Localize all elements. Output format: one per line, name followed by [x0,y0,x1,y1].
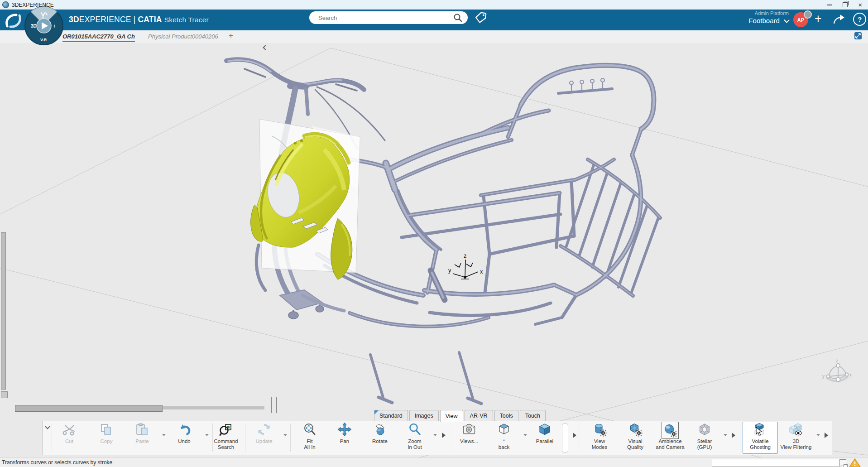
axis-y-label: y [448,267,451,274]
tool-visual-quality[interactable]: VisualQuality [616,422,654,450]
tool-group-scrollbar[interactable] [562,423,568,453]
tool-fit-all-in[interactable]: FitAll In [291,422,329,450]
tool-zoom-in-out[interactable]: ZoomIn Out [396,422,434,450]
tag-icon[interactable] [475,11,488,24]
tool-back[interactable]: *back [485,422,523,450]
toolbar-divider [740,424,740,452]
minimize-button[interactable] [822,0,837,10]
tool-parallel[interactable]: Parallel [526,422,564,444]
platform-label: Admin Platform [697,10,789,16]
tool-label: Paste [123,438,161,444]
tool-label: Fit [291,438,329,444]
toolbar-collapse-button[interactable] [44,424,51,430]
help-button[interactable]: ? [853,13,866,26]
window-layout-icon[interactable] [839,459,846,466]
share-icon[interactable] [832,13,846,25]
ribbon-tab-touch[interactable]: Touch [520,410,546,421]
tool-label: Pan [326,438,364,444]
status-message: Transforms curves or selects curves by s… [2,459,112,466]
tool-stellar[interactable]: Stellar(GPU) [686,422,724,450]
dropdown-caret-icon[interactable] [283,434,287,436]
expand-group-arrow-icon[interactable] [732,433,735,438]
tool-ambience-camera[interactable]: Ambienceand Camera [651,422,689,450]
app-icon [2,1,9,8]
tool-label: Cut [50,438,88,444]
expand-group-arrow-icon[interactable] [573,433,576,438]
expand-group-arrow-icon[interactable] [442,433,446,438]
expand-viewport-icon[interactable] [854,32,862,40]
new-tab-button[interactable]: + [226,31,235,40]
compass-z-label: z [836,358,838,363]
document-tab-label: Physical Product00040206 [148,33,218,40]
axis-z-label: z [464,252,467,259]
tool-cut[interactable]: Cut [50,422,88,444]
ribbon-tab-label: Touch [525,413,540,419]
document-tab-bar: OR01015AAC2770_GA Ch Physical Product000… [0,30,868,43]
tool-label: Parallel [526,438,564,444]
splitter-grip[interactable] [271,397,277,413]
tool-pan[interactable]: Pan [326,422,364,444]
document-tab[interactable]: Physical Product00040206 [148,30,218,43]
tool-undo[interactable]: Undo [165,422,203,444]
tool-label: Visual [616,438,654,444]
ribbon-tab-standard[interactable]: Standard [374,410,408,421]
ribbon-tab-images[interactable]: Images [409,410,439,421]
tool-label: Rotate [361,438,399,444]
chevron-left-icon [263,45,268,50]
dropdown-caret-icon[interactable] [724,434,727,436]
search-input[interactable] [309,14,453,22]
cut-icon [62,422,77,438]
tool-label: Search [207,444,245,450]
document-tab-active[interactable]: OR01015AAC2770_GA Ch [62,30,135,43]
tool-rotate[interactable]: Rotate [361,422,399,444]
tool-views[interactable]: Views... [450,422,488,444]
ribbon-tab-ar-vr[interactable]: AR-VR [465,410,493,421]
3dexperience-compass-icon[interactable]: 3D i V.R [24,6,64,46]
copy-icon [99,422,114,438]
warning-icon[interactable] [849,458,861,467]
tool-label: In Out [396,444,434,450]
collapse-panel-button[interactable] [262,44,269,51]
active-tab-underline [62,41,135,42]
ribbon-tab-view[interactable]: View [440,410,463,422]
compass-3d-label: 3D [31,24,37,29]
tool-label: Modes [580,444,619,450]
help-icon: ? [858,15,862,23]
tool-command-search[interactable]: CommandSearch [207,422,245,450]
tool-update[interactable]: Update [245,422,283,444]
ribbon-tab-tools[interactable]: Tools [494,410,518,421]
fit-all-in-icon [302,422,317,438]
tool-label: Views... [450,438,488,444]
dropdown-caret-icon[interactable] [433,434,437,436]
close-button[interactable]: × [853,0,868,10]
3d-scene-canvas[interactable]: z x y z y x [0,43,868,457]
back-icon [497,422,511,438]
vertical-scrollbar[interactable] [1,232,6,390]
nav-compass-icon[interactable]: z y x [822,358,852,382]
restore-button[interactable] [837,0,853,10]
avatar-status-badge [804,10,812,19]
search-bar[interactable] [309,11,468,24]
add-content-button[interactable]: + [812,12,824,26]
status-bar: Transforms curves or selects curves by s… [0,457,868,467]
3ds-logo-icon[interactable] [4,11,23,29]
chevron-down-icon [45,424,50,429]
tool-copy[interactable]: Copy [87,422,125,444]
search-icon[interactable] [453,13,462,22]
tool-paste[interactable]: Paste [123,422,161,444]
workspace-name: Footboard [748,17,779,24]
3d-viewport[interactable]: z x y z y x [0,43,868,457]
dropdown-caret-icon[interactable] [816,434,820,436]
vertical-scrollbar-button[interactable] [1,391,8,398]
ribbon-tab-label: Standard [379,413,403,419]
tool-volatile-ghosting[interactable]: VolatileGhosting [743,422,778,454]
horizontal-scrollbar-track[interactable] [163,406,264,409]
application-window: 3DEXPERIENCE × 3D i V.R 3DEXPERIENCE | [0,0,868,467]
horizontal-scrollbar-thumb[interactable] [15,405,163,412]
tool-label: Undo [165,438,203,444]
tool-view-modes[interactable]: ViewModes [580,422,619,450]
expand-group-arrow-icon[interactable] [825,433,828,438]
status-command-input[interactable] [712,459,840,467]
workspace-selector[interactable]: Footboard [697,17,789,24]
tool-view-filtering[interactable]: 3DView Filtering [777,422,815,450]
